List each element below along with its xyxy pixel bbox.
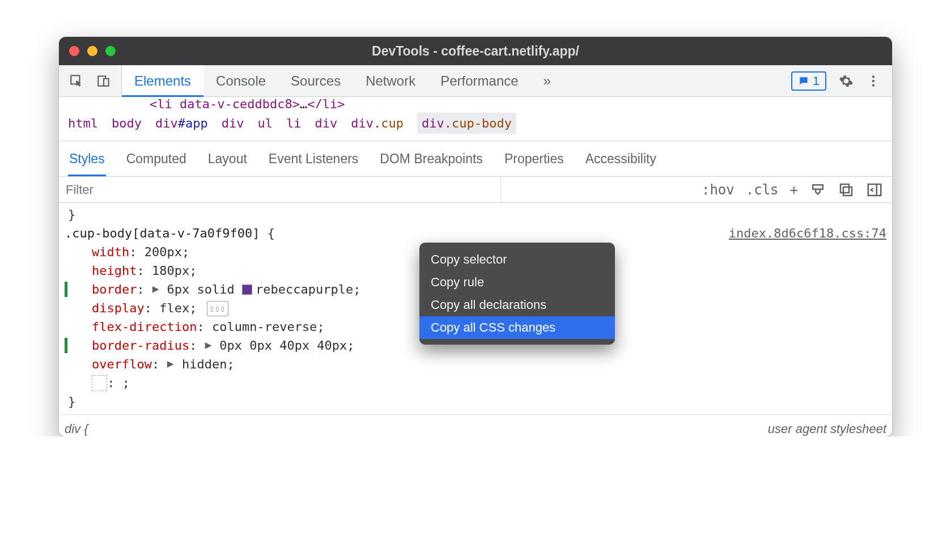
window-title: DevTools - coffee-cart.netlify.app/ xyxy=(59,44,892,59)
breadcrumb: html body div#app div ul li div div.cup … xyxy=(59,108,892,141)
editing-property[interactable]: : ; xyxy=(65,374,886,392)
rule-close-brace: } xyxy=(65,392,886,411)
styles-subtabs: Styles Computed Layout Event Listeners D… xyxy=(59,141,892,177)
rule-header: .cup-body[data-v-7a0f9f00] { index.8d6c6… xyxy=(65,224,886,243)
ctx-copy-rule[interactable]: Copy rule xyxy=(419,271,615,294)
dom-line: <li data-v-ceddbdc8>…</li> xyxy=(59,97,892,108)
user-agent-rule: div { user agent stylesheet xyxy=(59,414,892,436)
tab-elements[interactable]: Elements xyxy=(122,65,203,96)
tab-performance[interactable]: Performance xyxy=(428,65,530,96)
tab-network[interactable]: Network xyxy=(353,65,428,96)
crumb-ul[interactable]: ul xyxy=(257,116,273,130)
svg-point-5 xyxy=(872,84,874,86)
crumb-app[interactable]: div#app xyxy=(155,116,208,130)
svg-point-4 xyxy=(872,79,874,82)
flex-badge-icon[interactable]: ▯▯▯ xyxy=(207,301,228,316)
svg-rect-6 xyxy=(843,187,852,196)
ua-selector: div { xyxy=(65,422,768,436)
subtab-event-listeners[interactable]: Event Listeners xyxy=(268,147,360,176)
crumb-body[interactable]: body xyxy=(112,116,142,130)
toggle-sidebar-icon[interactable] xyxy=(866,181,883,198)
tab-console[interactable]: Console xyxy=(203,65,278,96)
context-menu: Copy selector Copy rule Copy all declara… xyxy=(419,243,615,345)
prev-close-brace: } xyxy=(65,205,886,224)
titlebar: DevTools - coffee-cart.netlify.app/ xyxy=(59,37,892,65)
paintbrush-icon[interactable] xyxy=(809,181,826,198)
css-declaration[interactable]: overflow: ▶ hidden; xyxy=(65,355,886,374)
kebab-icon[interactable] xyxy=(866,74,881,88)
ctx-copy-selector[interactable]: Copy selector xyxy=(419,248,615,271)
color-swatch-icon[interactable] xyxy=(242,285,252,295)
tab-overflow[interactable]: » xyxy=(531,65,563,96)
crumb-cup[interactable]: div.cup xyxy=(351,116,404,130)
main-tabs: Elements Console Sources Network Perform… xyxy=(122,65,563,96)
ctx-copy-declarations[interactable]: Copy all declarations xyxy=(419,294,615,316)
svg-rect-7 xyxy=(840,184,849,193)
device-toggle-icon[interactable] xyxy=(96,74,111,88)
crumb-div2[interactable]: div xyxy=(315,116,337,130)
crumb-div[interactable]: div xyxy=(222,116,244,130)
subtab-styles[interactable]: Styles xyxy=(68,147,106,176)
crumb-cup-body[interactable]: div.cup-body xyxy=(417,113,516,134)
subtab-properties[interactable]: Properties xyxy=(503,147,565,176)
svg-rect-2 xyxy=(104,78,109,86)
cls-button[interactable]: .cls xyxy=(746,182,779,198)
gear-icon[interactable] xyxy=(839,74,854,88)
subtab-accessibility[interactable]: Accessibility xyxy=(584,147,657,176)
styles-toolbar: :hov .cls + xyxy=(59,177,892,203)
crumb-html[interactable]: html xyxy=(68,116,98,130)
subtab-dom-breakpoints[interactable]: DOM Breakpoints xyxy=(379,147,484,176)
copy-icon[interactable] xyxy=(838,181,855,198)
rule-selector[interactable]: .cup-body[data-v-7a0f9f00] { xyxy=(65,224,729,243)
inspect-icon[interactable] xyxy=(69,74,84,88)
subtab-computed[interactable]: Computed xyxy=(125,147,188,176)
issues-count: 1 xyxy=(813,74,820,88)
devtools-window: DevTools - coffee-cart.netlify.app/ Elem… xyxy=(59,37,892,436)
new-rule-button[interactable]: + xyxy=(790,182,798,198)
main-tabbar: Elements Console Sources Network Perform… xyxy=(59,65,892,97)
hov-button[interactable]: :hov xyxy=(702,182,735,198)
issues-chip[interactable]: 1 xyxy=(791,71,826,91)
tab-sources[interactable]: Sources xyxy=(278,65,353,96)
rule-source-link[interactable]: index.8d6c6f18.css:74 xyxy=(729,224,886,243)
crumb-li[interactable]: li xyxy=(286,116,302,130)
subtab-layout[interactable]: Layout xyxy=(207,147,248,176)
styles-filter-input[interactable] xyxy=(59,177,501,202)
ctx-copy-css-changes[interactable]: Copy all CSS changes xyxy=(419,316,615,339)
svg-point-3 xyxy=(872,75,874,78)
ua-label: user agent stylesheet xyxy=(768,422,886,436)
